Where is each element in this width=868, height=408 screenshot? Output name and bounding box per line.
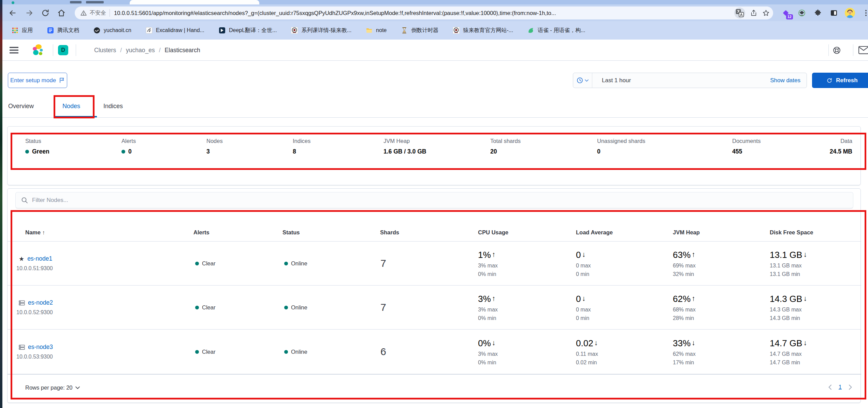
bookmark-note[interactable]: note bbox=[366, 27, 387, 34]
bookmark-apps[interactable]: 应用 bbox=[12, 27, 33, 34]
metric-min: 0% min bbox=[478, 315, 498, 321]
bookmark-label: 腾讯文档 bbox=[57, 27, 79, 34]
mail-icon[interactable] bbox=[858, 46, 868, 55]
node-link[interactable]: es-node3 bbox=[28, 344, 53, 351]
menu-hamburger-icon[interactable] bbox=[10, 47, 18, 54]
forward-icon[interactable] bbox=[25, 9, 34, 17]
alerts-cell: Clear bbox=[195, 286, 215, 329]
node-link[interactable]: es-node1 bbox=[27, 255, 52, 262]
enter-setup-mode-button[interactable]: Enter setup mode bbox=[8, 73, 67, 88]
column-header-load[interactable]: Load Average bbox=[576, 223, 613, 242]
extension-diamond-icon[interactable]: 12 bbox=[781, 8, 791, 18]
extensions-puzzle-icon[interactable] bbox=[813, 8, 823, 18]
trend-icon: ↓ bbox=[803, 294, 807, 303]
metric-max: 3% max bbox=[478, 307, 498, 313]
stat-label: Data bbox=[830, 138, 852, 144]
pinned-tab-favicon[interactable] bbox=[12, 1, 14, 4]
bookmark-label: 猿来教育官方网站-... bbox=[463, 27, 513, 34]
metric-max: 14.7 GB max bbox=[770, 351, 807, 357]
filter-nodes-searchbox[interactable] bbox=[15, 192, 853, 208]
node-name-cell: es-node2 10.0.0.52:9300 bbox=[16, 286, 53, 329]
bookmark-yuque[interactable]: 语雀 - 用语雀，构... bbox=[527, 27, 585, 34]
shards-value: 7 bbox=[380, 302, 386, 313]
background-tab-fragment[interactable] bbox=[70, 1, 82, 3]
header-divider bbox=[53, 44, 53, 56]
metric-max: 68% max bbox=[673, 307, 696, 313]
breadcrumb-clusters[interactable]: Clusters bbox=[94, 47, 116, 54]
trend-icon: ↑ bbox=[692, 250, 695, 259]
address-bar[interactable]: 不安全 10.0.0.51:5601/app/monitoring#/elast… bbox=[75, 6, 773, 19]
page-number-1[interactable]: 1 bbox=[839, 384, 842, 390]
background-tab-fragment[interactable] bbox=[86, 1, 104, 3]
browser-menu-kebab-icon[interactable] bbox=[861, 8, 868, 18]
elastic-logo[interactable] bbox=[32, 44, 44, 56]
tab-overview[interactable]: Overview bbox=[8, 99, 34, 114]
extension-badge: 12 bbox=[786, 14, 793, 19]
alerts-value: Clear bbox=[202, 304, 215, 311]
yuque-icon bbox=[527, 27, 534, 34]
refresh-button[interactable]: Refresh bbox=[812, 73, 868, 88]
node-link[interactable]: es-node2 bbox=[28, 299, 53, 306]
url-text[interactable]: 10.0.0.51:5601/app/monitoring#/elasticse… bbox=[114, 10, 732, 16]
flag-icon bbox=[59, 77, 65, 83]
bookmark-excalidraw[interactable]: Excalidraw | Hand... bbox=[146, 27, 204, 34]
bookmark-deepl[interactable]: DeepL翻译：全世... bbox=[219, 27, 277, 34]
extensions-area: 12 bbox=[781, 8, 868, 18]
bookmark-star-icon[interactable] bbox=[762, 9, 770, 17]
shards-cell: 7 bbox=[380, 242, 386, 285]
clear-dot bbox=[195, 306, 199, 309]
bookmark-yuanlai-edu[interactable]: 猿来教育官方网站-... bbox=[453, 27, 513, 34]
rows-per-page-selector[interactable]: Rows per page: 20 bbox=[25, 384, 80, 391]
bookmark-countdown-timer[interactable]: 倒数计时器 bbox=[401, 27, 438, 34]
share-icon[interactable] bbox=[750, 9, 757, 17]
stat-total-shards: Total shards 20 bbox=[490, 138, 521, 155]
trend-icon: ↓ bbox=[492, 339, 496, 347]
back-icon[interactable] bbox=[8, 9, 17, 17]
time-picker-clock-button[interactable] bbox=[573, 73, 592, 88]
extension-sidebar-icon[interactable] bbox=[829, 8, 839, 18]
breadcrumb-cluster-name[interactable]: yuchao_es bbox=[126, 47, 155, 54]
bookmark-course-detail[interactable]: 系列课详情-猿来教... bbox=[291, 27, 351, 34]
shards-value: 6 bbox=[380, 346, 386, 358]
translate-icon[interactable] bbox=[734, 8, 745, 18]
extension-monkey-icon[interactable] bbox=[797, 8, 807, 18]
active-tab[interactable] bbox=[130, 0, 259, 4]
help-icon[interactable] bbox=[833, 46, 841, 55]
reload-icon[interactable] bbox=[41, 9, 50, 17]
space-badge[interactable]: D bbox=[58, 45, 68, 55]
column-header-jvm[interactable]: JVM Heap bbox=[673, 223, 700, 242]
table-row: es-node3 10.0.0.53:9300 Clear Online 6 0… bbox=[8, 330, 861, 375]
column-header-shards[interactable]: Shards bbox=[380, 223, 399, 242]
home-icon[interactable] bbox=[57, 9, 66, 17]
cpu-usage-cell: 1%↑ 3% max 0% min bbox=[478, 242, 498, 285]
column-header-alerts[interactable]: Alerts bbox=[193, 223, 209, 242]
show-dates-link[interactable]: Show dates bbox=[770, 77, 800, 84]
bookmark-yuchaoit[interactable]: yuchaoit.cn bbox=[93, 27, 131, 34]
stat-value: 455 bbox=[732, 148, 742, 155]
metric-value: 33% bbox=[673, 338, 691, 349]
column-header-disk[interactable]: Disk Free Space bbox=[770, 223, 813, 242]
tencent-docs-icon bbox=[47, 27, 54, 34]
metric-value: 13.1 GB bbox=[770, 250, 802, 260]
metric-value: 0 bbox=[576, 250, 581, 260]
tab-indices[interactable]: Indices bbox=[103, 99, 123, 114]
stat-value: Green bbox=[32, 148, 49, 155]
alerts-value: Clear bbox=[202, 260, 215, 267]
previous-page-icon[interactable] bbox=[828, 384, 832, 390]
trend-icon: ↓ bbox=[582, 294, 585, 303]
bookmark-tencent-docs[interactable]: 腾讯文档 bbox=[47, 27, 79, 34]
next-page-icon[interactable] bbox=[849, 384, 852, 390]
tab-nodes[interactable]: Nodes bbox=[62, 99, 80, 114]
stat-label: Alerts bbox=[121, 138, 136, 144]
browser-profile-avatar[interactable] bbox=[845, 8, 855, 18]
column-header-name[interactable]: Name ↑ bbox=[25, 223, 45, 242]
time-range-value[interactable]: Last 1 hour bbox=[602, 77, 770, 84]
column-header-cpu[interactable]: CPU Usage bbox=[478, 223, 508, 242]
stat-nodes: Nodes 3 bbox=[206, 138, 223, 155]
column-header-status[interactable]: Status bbox=[283, 223, 300, 242]
time-range-picker[interactable]: Last 1 hour Show dates bbox=[573, 73, 807, 88]
shards-cell: 6 bbox=[380, 330, 386, 374]
trend-icon: ↓ bbox=[594, 339, 598, 347]
chevron-down-icon bbox=[585, 79, 589, 82]
filter-nodes-input[interactable] bbox=[32, 197, 853, 204]
